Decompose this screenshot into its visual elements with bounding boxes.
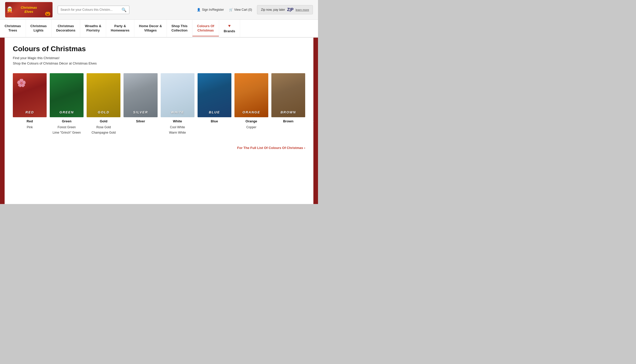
color-item-red[interactable]: REDRedPink bbox=[13, 73, 47, 135]
nav-home-decor-villages[interactable]: Home Decor &Villages bbox=[134, 20, 167, 37]
page-wrapper: Colours of Christmas Find your Magic thi… bbox=[0, 38, 318, 204]
site-header: 🧝 ChristmasElves 🔍 👤 Sign In/Register 🛒 … bbox=[0, 0, 318, 20]
subtitle-line2: Shop the Colours of Christmas Décor at C… bbox=[13, 61, 97, 65]
heart-icon: ♥ bbox=[228, 23, 231, 29]
brands-label: Brands bbox=[224, 29, 235, 34]
color-item-blue[interactable]: BLUEBlue bbox=[198, 73, 231, 135]
main-content: Colours of Christmas Find your Magic thi… bbox=[5, 38, 313, 204]
full-list-row: For The Full List Of Colours Of Christma… bbox=[13, 141, 305, 150]
color-item-white[interactable]: WHITEWhiteCool WhiteWarm White bbox=[161, 73, 194, 135]
color-name-orange: Orange bbox=[234, 119, 268, 123]
color-item-gold[interactable]: GOLDGoldRose GoldChampagne Gold bbox=[87, 73, 120, 135]
color-card-gold[interactable]: GOLD bbox=[87, 73, 120, 117]
color-grid: REDRedPinkGREENGreenForest GreenLime "Gr… bbox=[13, 73, 305, 135]
chevron-right-icon: › bbox=[304, 146, 305, 150]
color-name-white: White bbox=[161, 119, 194, 123]
zip-now-text: Zip now, pay later bbox=[261, 8, 285, 12]
nav-christmas-lights[interactable]: ChristmasLights bbox=[26, 20, 52, 37]
cart-icon: 🛒 bbox=[229, 8, 233, 12]
color-card-label-blue: BLUE bbox=[209, 110, 220, 114]
color-card-silver[interactable]: SILVER bbox=[124, 73, 157, 117]
nav-christmas-decorations[interactable]: ChristmasDecorations bbox=[52, 20, 80, 37]
color-card-label-white: WHITE bbox=[171, 110, 184, 114]
header-actions: 👤 Sign In/Register 🛒 View Cart (0) Zip n… bbox=[197, 5, 313, 14]
sign-in-label: Sign In/Register bbox=[202, 8, 224, 12]
color-card-label-green: GREEN bbox=[59, 110, 74, 114]
color-card-red[interactable]: RED bbox=[13, 73, 47, 117]
color-name-green: Green bbox=[50, 119, 84, 123]
color-variants-white: Cool WhiteWarm White bbox=[161, 125, 194, 135]
zip-banner[interactable]: Zip now, pay later Z|P learn more bbox=[257, 5, 313, 14]
full-list-link[interactable]: For The Full List Of Colours Of Christma… bbox=[237, 146, 305, 150]
color-item-brown[interactable]: BROWNBrown bbox=[271, 73, 305, 135]
color-card-label-brown: BROWN bbox=[281, 110, 296, 114]
color-card-label-orange: ORANGE bbox=[242, 110, 260, 114]
color-variants-red: Pink bbox=[13, 125, 47, 130]
subtitle-line1: Find your Magic this Christmas! bbox=[13, 56, 59, 60]
nav-wreaths-floristry[interactable]: Wreaths &Floristry bbox=[80, 20, 106, 37]
right-side-bar[interactable] bbox=[313, 38, 318, 204]
color-variants-green: Forest GreenLime "Grinch" Green bbox=[50, 125, 84, 135]
left-side-bar bbox=[0, 38, 5, 204]
color-item-silver[interactable]: SILVERSilver bbox=[124, 73, 157, 135]
main-nav: ChristmasTrees ChristmasLights Christmas… bbox=[0, 20, 318, 38]
color-name-blue: Blue bbox=[198, 119, 231, 123]
color-card-label-red: RED bbox=[25, 110, 34, 114]
color-name-brown: Brown bbox=[271, 119, 305, 123]
nav-party-homewares[interactable]: Party &Homewares bbox=[106, 20, 134, 37]
search-icon[interactable]: 🔍 bbox=[121, 7, 127, 12]
view-cart-button[interactable]: 🛒 View Cart (0) bbox=[229, 8, 252, 12]
color-name-silver: Silver bbox=[124, 119, 157, 123]
sign-in-button[interactable]: 👤 Sign In/Register bbox=[197, 8, 224, 12]
color-name-red: Red bbox=[13, 119, 47, 123]
page-title: Colours of Christmas bbox=[13, 45, 305, 53]
color-card-green[interactable]: GREEN bbox=[50, 73, 84, 117]
logo-emoji: 🧝 bbox=[6, 6, 13, 13]
color-card-label-silver: SILVER bbox=[133, 110, 148, 114]
search-input[interactable] bbox=[60, 8, 120, 12]
color-card-orange[interactable]: ORANGE bbox=[234, 73, 268, 117]
logo-text: ChristmasElves bbox=[21, 6, 37, 14]
color-item-green[interactable]: GREENGreenForest GreenLime "Grinch" Gree… bbox=[50, 73, 84, 135]
color-name-gold: Gold bbox=[87, 119, 120, 123]
color-variants-gold: Rose GoldChampagne Gold bbox=[87, 125, 120, 135]
cart-label: View Cart (0) bbox=[234, 8, 252, 12]
search-bar[interactable]: 🔍 bbox=[58, 6, 129, 14]
zip-learn-more[interactable]: learn more bbox=[295, 8, 309, 11]
zip-logo: Z|P bbox=[287, 7, 294, 12]
site-logo[interactable]: 🧝 ChristmasElves bbox=[5, 2, 53, 17]
nav-christmas-trees[interactable]: ChristmasTrees bbox=[0, 20, 26, 37]
color-variants-orange: Copper bbox=[234, 125, 268, 130]
color-card-white[interactable]: WHITE bbox=[161, 73, 194, 117]
color-card-brown[interactable]: BROWN bbox=[271, 73, 305, 117]
page-subtitle: Find your Magic this Christmas! Shop the… bbox=[13, 56, 305, 66]
full-list-text: For The Full List Of Colours Of Christma… bbox=[237, 146, 303, 150]
nav-colours-of-christmas[interactable]: Colours OfChristmas bbox=[192, 20, 219, 37]
color-item-orange[interactable]: ORANGEOrangeCopper bbox=[234, 73, 268, 135]
nav-shop-this-collection[interactable]: Shop ThisCollection bbox=[167, 20, 192, 37]
color-card-blue[interactable]: BLUE bbox=[198, 73, 231, 117]
person-icon: 👤 bbox=[197, 8, 201, 12]
color-card-label-gold: GOLD bbox=[98, 110, 110, 114]
nav-brands[interactable]: ♥ Brands bbox=[219, 20, 240, 37]
